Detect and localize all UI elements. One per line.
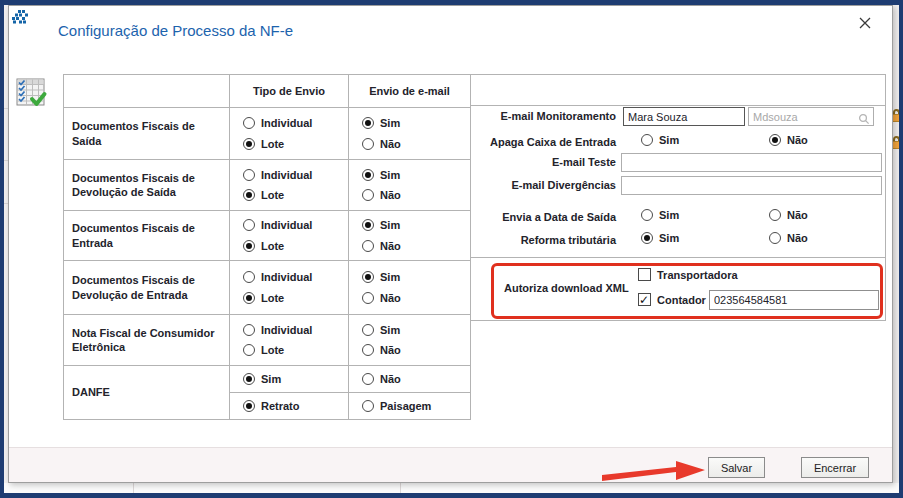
radio-retrato[interactable]: Retrato	[243, 400, 348, 412]
close-icon[interactable]	[854, 12, 876, 34]
nfe-config-dialog: Configuração de Processo da NF-e Tipo de…	[8, 5, 893, 483]
radio-individual[interactable]: Individual	[243, 169, 348, 181]
radio-label: Sim	[380, 219, 400, 231]
radio-icon[interactable]	[641, 209, 653, 221]
radio-icon[interactable]	[769, 209, 781, 221]
radio-label: Lote	[261, 292, 284, 304]
radio-icon[interactable]	[243, 138, 255, 150]
checkbox-contador[interactable]: Contador	[638, 293, 706, 306]
radio-icon[interactable]	[362, 373, 374, 385]
radio-icon[interactable]	[362, 344, 374, 356]
radio-label: Sim	[380, 324, 400, 336]
radio-lote[interactable]: Lote	[243, 189, 348, 201]
radio-nao[interactable]: Não	[362, 344, 470, 356]
email-monitoramento-input[interactable]	[623, 107, 745, 126]
radio-icon[interactable]	[641, 134, 653, 146]
radio-icon[interactable]	[243, 189, 255, 201]
radio-sim[interactable]: Sim	[362, 271, 470, 283]
radio-reforma-nao[interactable]: Não	[769, 232, 808, 244]
radio-apaga-nao[interactable]: Não	[769, 134, 808, 146]
radio-icon[interactable]	[641, 232, 653, 244]
radio-nao[interactable]: Não	[362, 189, 470, 201]
radio-individual[interactable]: Individual	[243, 271, 348, 283]
email-divergencias-input[interactable]	[621, 176, 882, 195]
table-row: Documentos Fiscais de Entrada Individual…	[64, 210, 470, 260]
envia-data-saida-label: Envia a Data de Saída	[461, 211, 616, 223]
radio-individual[interactable]: Individual	[243, 324, 348, 336]
radio-label: Não	[380, 138, 401, 150]
table-row: Documentos Fiscais de Saída Individual L…	[64, 107, 470, 159]
radio-icon[interactable]	[243, 324, 255, 336]
checkbox-icon[interactable]	[638, 293, 651, 306]
radio-icon[interactable]	[362, 240, 374, 252]
radio-paisagem[interactable]: Paisagem	[362, 400, 470, 412]
padlock-icon	[892, 136, 899, 149]
radio-lote[interactable]: Lote	[243, 138, 348, 150]
radio-lote[interactable]: Lote	[243, 292, 348, 304]
table-row-danfe: DANFE Sim Não Retrato Paisagem	[64, 365, 470, 419]
radio-reforma-sim[interactable]: Sim	[641, 232, 679, 244]
radio-label: Não	[787, 209, 808, 221]
page-title: Configuração de Processo da NF-e	[58, 22, 293, 39]
row-label: Documentos Fiscais de Entrada	[64, 211, 229, 260]
radio-icon[interactable]	[362, 138, 374, 150]
radio-label: Não	[380, 240, 401, 252]
nfe-config-table: Tipo de Envio Envio de e-mail Documentos…	[63, 74, 471, 420]
radio-sim[interactable]: Sim	[362, 324, 470, 336]
radio-sim[interactable]: Sim	[362, 219, 470, 231]
radio-icon[interactable]	[362, 292, 374, 304]
radio-nao[interactable]: Não	[362, 292, 470, 304]
radio-sim[interactable]: Sim	[362, 117, 470, 129]
checkbox-icon[interactable]	[638, 268, 651, 281]
radio-icon[interactable]	[362, 219, 374, 231]
table-header-row: Tipo de Envio Envio de e-mail	[64, 75, 470, 107]
radio-icon[interactable]	[362, 271, 374, 283]
save-button[interactable]: Salvar	[708, 457, 765, 478]
radio-icon[interactable]	[243, 240, 255, 252]
radio-icon[interactable]	[243, 219, 255, 231]
radio-icon[interactable]	[243, 169, 255, 181]
radio-icon[interactable]	[243, 344, 255, 356]
radio-label: Individual	[261, 324, 312, 336]
row-label: Nota Fiscal de Consumidor Eletrônica	[64, 315, 229, 365]
radio-icon[interactable]	[769, 232, 781, 244]
radio-icon[interactable]	[362, 117, 374, 129]
row-label: Documentos Fiscais de Devolução de Saída	[64, 160, 229, 210]
radio-label: Lote	[261, 138, 284, 150]
radio-label: Paisagem	[380, 400, 431, 412]
radio-icon[interactable]	[243, 400, 255, 412]
radio-envia-sim[interactable]: Sim	[641, 209, 679, 221]
radio-icon[interactable]	[362, 324, 374, 336]
radio-nao[interactable]: Não	[362, 138, 470, 150]
radio-icon[interactable]	[243, 373, 255, 385]
email-monitoramento-lookup-input[interactable]	[748, 107, 874, 126]
radio-sim[interactable]: Sim	[243, 373, 348, 385]
radio-icon[interactable]	[243, 292, 255, 304]
radio-icon[interactable]	[243, 117, 255, 129]
radio-icon[interactable]	[362, 169, 374, 181]
radio-nao[interactable]: Não	[362, 373, 470, 385]
radio-individual[interactable]: Individual	[243, 117, 348, 129]
email-teste-input[interactable]	[621, 153, 882, 172]
row-label: Documentos Fiscais de Devolução de Entra…	[64, 261, 229, 314]
radio-individual[interactable]: Individual	[243, 219, 348, 231]
radio-nao[interactable]: Não	[362, 240, 470, 252]
radio-envia-nao[interactable]: Não	[769, 209, 808, 221]
radio-icon[interactable]	[769, 134, 781, 146]
radio-label: Não	[380, 189, 401, 201]
radio-label: Sim	[380, 117, 400, 129]
close-dialog-button[interactable]: Encerrar	[801, 457, 869, 478]
radio-apaga-sim[interactable]: Sim	[641, 134, 679, 146]
radio-label: Retrato	[261, 400, 300, 412]
checkbox-transportadora[interactable]: Transportadora	[638, 268, 738, 281]
checklist-table-icon	[13, 76, 49, 112]
radio-lote[interactable]: Lote	[243, 344, 348, 356]
contador-document-input[interactable]	[709, 290, 879, 310]
radio-lote[interactable]: Lote	[243, 240, 348, 252]
radio-sim[interactable]: Sim	[362, 169, 470, 181]
radio-icon[interactable]	[362, 189, 374, 201]
radio-icon[interactable]	[243, 271, 255, 283]
radio-icon[interactable]	[362, 400, 374, 412]
header-tipo-envio: Tipo de Envio	[229, 75, 348, 107]
padlock-icon	[892, 109, 899, 122]
